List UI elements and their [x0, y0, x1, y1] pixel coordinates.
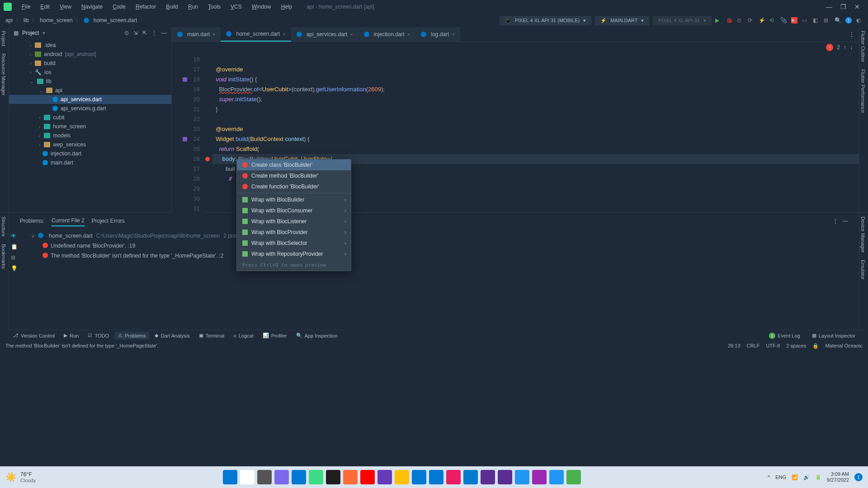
- collapse-icon[interactable]: ⇱: [142, 30, 147, 36]
- error-count-badge[interactable]: !: [826, 44, 833, 51]
- close-tab-icon[interactable]: ×: [212, 32, 215, 37]
- tree-item-ios[interactable]: ›🔧ios: [9, 68, 171, 77]
- expand-icon[interactable]: ⇲: [133, 30, 138, 36]
- sdk-icon[interactable]: ⊞: [824, 17, 830, 23]
- coverage-icon[interactable]: ⊙: [737, 17, 743, 23]
- bottom-tab-problems[interactable]: ⚠Problems: [114, 332, 149, 339]
- minimize-icon[interactable]: —: [826, 3, 832, 10]
- tray-wifi-icon[interactable]: 📶: [792, 474, 798, 480]
- tree-item-wep-services[interactable]: ›wep_services: [9, 140, 171, 149]
- tray-chevron-icon[interactable]: ^: [768, 474, 770, 480]
- next-error-icon[interactable]: ↓: [850, 44, 853, 51]
- bottom-tab-app-inspection[interactable]: 🔍App Inspection: [292, 332, 341, 339]
- tree-item-models[interactable]: ›models: [9, 131, 171, 140]
- minimize-panel-icon[interactable]: —: [161, 30, 167, 36]
- options-icon[interactable]: ⋮: [151, 30, 157, 36]
- line-ending[interactable]: CRLF: [747, 343, 760, 348]
- breadcrumb[interactable]: home_screen.dart: [94, 17, 137, 23]
- debug-icon[interactable]: 🐞: [726, 17, 732, 23]
- close-tab-icon[interactable]: ×: [407, 32, 410, 37]
- bottom-tab-event-log[interactable]: 1Event Log: [765, 332, 804, 340]
- menu-build[interactable]: Build: [161, 2, 183, 12]
- taskbar-start[interactable]: [223, 470, 237, 484]
- close-icon[interactable]: ✕: [854, 3, 860, 10]
- tab-project-errors[interactable]: Project Errors: [92, 216, 125, 226]
- target-icon[interactable]: ⊙: [124, 30, 129, 36]
- intention-item[interactable]: Create class 'BlocBuilder': [237, 160, 351, 170]
- menu-refactor[interactable]: Refactor: [131, 2, 160, 12]
- cursor-position[interactable]: 26:13: [728, 343, 741, 348]
- tab-main-dart[interactable]: main.dart×: [172, 27, 221, 42]
- maximize-icon[interactable]: ❐: [840, 3, 846, 10]
- problems-hide-icon[interactable]: —: [843, 218, 848, 224]
- problem-file-row[interactable]: v home_screen.dart C:\Users\Magic\Studio…: [32, 231, 239, 241]
- avd-icon[interactable]: ◧: [813, 17, 819, 23]
- menu-code[interactable]: Code: [108, 2, 130, 12]
- menu-view[interactable]: View: [55, 2, 76, 12]
- bottom-tab-layout-inspector[interactable]: ▦Layout Inspector: [808, 332, 859, 340]
- intention-item[interactable]: Wrap with BlocProvider›: [237, 227, 351, 238]
- taskbar-edge[interactable]: [292, 470, 306, 484]
- tab-current-file[interactable]: Current File 2: [52, 216, 85, 226]
- expand-all-icon[interactable]: ⊞: [11, 254, 25, 261]
- taskbar-movies[interactable]: [412, 470, 426, 484]
- intention-item[interactable]: Create method 'BlocBuilder': [237, 170, 351, 181]
- taskbar-app3[interactable]: [549, 470, 564, 484]
- tree-item--idea[interactable]: ›.idea: [9, 41, 171, 50]
- tree-item-api[interactable]: ⌄api: [9, 86, 171, 95]
- menu-window[interactable]: Window: [247, 2, 276, 12]
- prev-error-icon[interactable]: ↑: [844, 44, 846, 51]
- intention-actions-popup[interactable]: Create class 'BlocBuilder'Create method …: [236, 159, 351, 271]
- copy-icon[interactable]: 📋: [11, 244, 25, 250]
- tray-volume-icon[interactable]: 🔊: [803, 474, 810, 480]
- profile-icon[interactable]: ⟳: [748, 17, 754, 23]
- taskbar-vscode[interactable]: [463, 470, 478, 484]
- bottom-tab-version-control[interactable]: ⎇Version Control: [9, 332, 58, 339]
- taskbar-search[interactable]: [240, 470, 255, 484]
- tabs-options-icon[interactable]: ⋮: [849, 31, 854, 38]
- intention-item[interactable]: Wrap with BlocListener›: [237, 216, 351, 227]
- bulb-icon[interactable]: 💡: [11, 265, 25, 272]
- rail-project[interactable]: Project: [0, 27, 7, 50]
- rail-device-manager[interactable]: Device Manager: [859, 213, 867, 256]
- tree-item-api-services-dart[interactable]: api_services.dart: [9, 95, 171, 104]
- close-tab-icon[interactable]: ×: [350, 32, 353, 37]
- sync-icon[interactable]: ↑: [845, 17, 852, 23]
- menu-run[interactable]: Run: [184, 2, 203, 12]
- bottom-tab-run[interactable]: ▶Run: [60, 332, 82, 339]
- taskbar-media[interactable]: [377, 470, 392, 484]
- bottom-tab-todo[interactable]: ☑TODO: [84, 332, 113, 339]
- hot-reload-icon[interactable]: ⚡: [759, 17, 765, 23]
- tray-lang[interactable]: ENG: [775, 474, 786, 480]
- tree-item-lib[interactable]: ⌄lib: [9, 77, 171, 86]
- view-icon[interactable]: 👁: [11, 233, 25, 239]
- close-tab-icon[interactable]: ×: [283, 31, 285, 37]
- taskbar-app2[interactable]: [532, 470, 547, 484]
- breadcrumb[interactable]: home_screen: [40, 17, 73, 23]
- taskbar-app4[interactable]: [566, 470, 581, 484]
- problem-row[interactable]: Undefined name 'BlocProvider'. :19: [32, 241, 239, 251]
- intention-item[interactable]: Wrap with BlocConsumer›: [237, 205, 351, 216]
- bottom-tab-logcat[interactable]: ≡Logcat: [230, 332, 257, 339]
- attach-icon[interactable]: 📎: [780, 17, 787, 23]
- taskbar-clock[interactable]: 3:09 AM 9/27/2022: [827, 471, 849, 483]
- emulator-selector[interactable]: PIXEL 4 XL API 31 ▾: [653, 16, 712, 25]
- bottom-tab-terminal[interactable]: ▣Terminal: [195, 332, 228, 339]
- indent-setting[interactable]: 2 spaces: [786, 343, 806, 348]
- rail-emulator[interactable]: Emulator: [859, 256, 867, 283]
- rail-structure[interactable]: Structure: [0, 213, 7, 240]
- search-icon[interactable]: 🔍: [835, 17, 841, 23]
- breadcrumb[interactable]: lib: [24, 17, 29, 23]
- bottom-tab-dart-analysis[interactable]: ◆Dart Analysis: [151, 332, 193, 339]
- taskbar-postman[interactable]: [343, 470, 358, 484]
- intention-item[interactable]: Wrap with BlocSelector›: [237, 238, 351, 249]
- taskbar-todo[interactable]: [515, 470, 529, 484]
- taskbar-store[interactable]: [429, 470, 443, 484]
- file-encoding[interactable]: UTF-8: [766, 343, 780, 348]
- settings-icon[interactable]: ◐: [856, 17, 863, 23]
- taskbar-vs[interactable]: [481, 470, 495, 484]
- lock-icon[interactable]: 🔒: [812, 343, 819, 349]
- device-selector[interactable]: 📱 PIXEL 4 XL API 31 (MOBILE) ▾: [500, 16, 591, 25]
- taskbar-taskview[interactable]: [257, 470, 272, 484]
- rail-flutter-performance[interactable]: Flutter Performance: [859, 66, 867, 117]
